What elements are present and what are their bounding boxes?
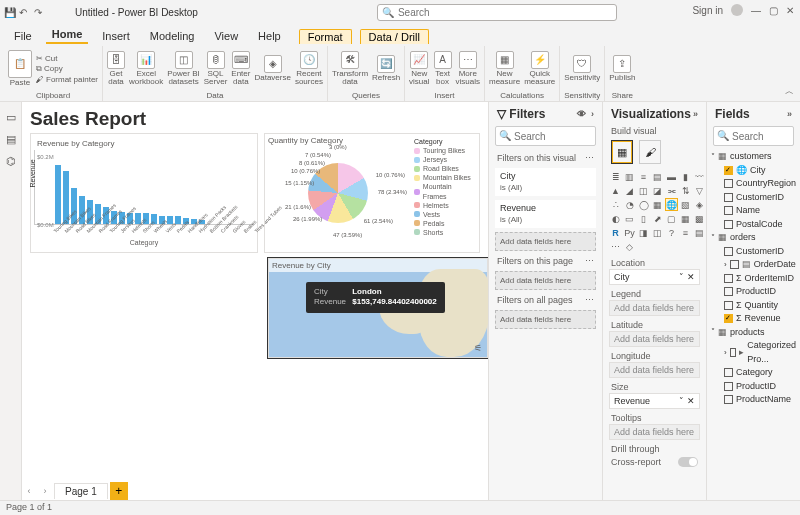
filters-all-drop[interactable]: Add data fields here: [495, 310, 596, 329]
viz-narrative-icon[interactable]: ≡: [679, 226, 692, 239]
filters-page-drop[interactable]: Add data fields here: [495, 271, 596, 290]
bar-chart-visual[interactable]: Revenue by Category Revenue $0.2M $0.0M …: [30, 133, 258, 253]
tab-modeling[interactable]: Modeling: [144, 28, 201, 44]
minimize-icon[interactable]: —: [751, 5, 761, 16]
paste-button[interactable]: 📋Paste: [8, 50, 32, 87]
undo-icon[interactable]: ↶: [19, 7, 30, 18]
viz-clustered-column-icon[interactable]: ▤: [651, 170, 664, 183]
viz-clustered-bar-icon[interactable]: ≡: [637, 170, 650, 183]
viz-slicer-icon[interactable]: ▢: [665, 212, 678, 225]
report-canvas[interactable]: Sales Report Revenue by Category Revenue…: [22, 102, 488, 500]
legend-well[interactable]: Add data fields here: [609, 300, 700, 316]
add-page-button[interactable]: +: [110, 482, 128, 500]
viz-100-bar-icon[interactable]: ▬: [665, 170, 678, 183]
field-category[interactable]: Category: [711, 366, 796, 380]
tab-help[interactable]: Help: [252, 28, 287, 44]
report-view-icon[interactable]: ▭: [4, 110, 18, 124]
field-productname[interactable]: ProductName: [711, 393, 796, 407]
next-page-icon[interactable]: ›: [38, 486, 52, 496]
sensitivity-button[interactable]: 🛡Sensitivity: [564, 55, 600, 82]
viz-shape-map-icon[interactable]: ◈: [693, 198, 706, 211]
redo-icon[interactable]: ↷: [34, 7, 45, 18]
get-data-button[interactable]: 🗄Get data: [107, 51, 125, 86]
more-icon[interactable]: ⋯: [585, 256, 594, 266]
quick-measure-button[interactable]: ⚡Quick measure: [524, 51, 555, 86]
viz-paginated-icon[interactable]: ▤: [693, 226, 706, 239]
sql-server-button[interactable]: 🛢SQL Server: [204, 51, 228, 86]
new-measure-button[interactable]: ▦New measure: [489, 51, 520, 86]
viz-ribbon-icon[interactable]: ⫘: [665, 184, 678, 197]
tab-home[interactable]: Home: [46, 26, 89, 44]
transform-data-button[interactable]: 🛠Transform data: [332, 51, 368, 86]
data-view-icon[interactable]: ▤: [4, 132, 18, 146]
viz-area-icon[interactable]: ▲: [609, 184, 622, 197]
location-well[interactable]: City˅ ✕: [609, 269, 700, 285]
table-orders[interactable]: ˅▦orders: [711, 231, 796, 245]
field-city[interactable]: 🌐City: [711, 164, 796, 178]
prev-page-icon[interactable]: ‹: [22, 486, 36, 496]
viz-custom-icon[interactable]: ◇: [623, 240, 636, 253]
save-icon[interactable]: 💾: [4, 7, 15, 18]
viz-more-icon[interactable]: ⋯: [609, 240, 622, 253]
format-visual-tab[interactable]: 🖌: [639, 140, 661, 164]
format-painter-button[interactable]: 🖌 Format painter: [36, 75, 98, 84]
viz-r-icon[interactable]: R: [609, 226, 622, 239]
field-orderdate[interactable]: ›▤OrderDate: [711, 258, 796, 272]
field-categorized[interactable]: ›▸Categorized Pro...: [711, 339, 796, 366]
viz-map-icon[interactable]: 🌐: [665, 198, 678, 211]
longitude-well[interactable]: Add data fields here: [609, 362, 700, 378]
viz-stacked-area-icon[interactable]: ◢: [623, 184, 636, 197]
tooltips-well[interactable]: Add data fields here: [609, 424, 700, 440]
table-customers[interactable]: ˅▦customers: [711, 150, 796, 164]
viz-qa-icon[interactable]: ?: [665, 226, 678, 239]
filter-icon[interactable]: ⚟: [474, 343, 482, 353]
viz-key-influencers-icon[interactable]: ◨: [637, 226, 650, 239]
field-o-customerid[interactable]: CustomerID: [711, 245, 796, 259]
cut-button[interactable]: ✂ Cut: [36, 54, 98, 63]
field-quantity[interactable]: ΣQuantity: [711, 299, 796, 313]
viz-stacked-bar-icon[interactable]: ≣: [609, 170, 622, 183]
show-filters-icon[interactable]: 👁: [577, 109, 586, 119]
collapse-ribbon-icon[interactable]: ︿: [785, 85, 794, 98]
viz-funnel-icon[interactable]: ▽: [693, 184, 706, 197]
viz-py-icon[interactable]: Py: [623, 226, 636, 239]
field-orderitemid[interactable]: ΣOrderItemID: [711, 272, 796, 286]
signin-link[interactable]: Sign in: [692, 5, 723, 16]
field-revenue[interactable]: ΣRevenue: [711, 312, 796, 326]
field-country[interactable]: CountryRegion: [711, 177, 796, 191]
viz-filled-map-icon[interactable]: ▧: [679, 198, 692, 211]
filters-visual-drop[interactable]: Add data fields here: [495, 232, 596, 251]
field-o-productid[interactable]: ProductID: [711, 285, 796, 299]
viz-100-column-icon[interactable]: ▮: [679, 170, 692, 183]
tab-view[interactable]: View: [208, 28, 244, 44]
copy-button[interactable]: ⧉ Copy: [36, 64, 98, 74]
model-view-icon[interactable]: ⌬: [4, 154, 18, 168]
tab-format[interactable]: Format: [299, 29, 352, 44]
more-icon[interactable]: ⋯: [585, 295, 594, 305]
viz-multi-card-icon[interactable]: ▯: [637, 212, 650, 225]
viz-donut-icon[interactable]: ◯: [637, 198, 650, 211]
viz-stacked-column-icon[interactable]: ▥: [623, 170, 636, 183]
viz-card-icon[interactable]: ▭: [623, 212, 636, 225]
expand-filters-icon[interactable]: ›: [591, 109, 594, 119]
field-customerid[interactable]: CustomerID: [711, 191, 796, 205]
tab-data-drill[interactable]: Data / Drill: [360, 29, 429, 44]
page-tab-1[interactable]: Page 1: [54, 483, 108, 499]
field-name[interactable]: Name: [711, 204, 796, 218]
user-avatar-icon[interactable]: [731, 4, 743, 16]
viz-treemap-icon[interactable]: ▦: [651, 198, 664, 211]
enter-data-button[interactable]: ⌨Enter data: [231, 51, 250, 86]
expand-viz-icon[interactable]: »: [693, 109, 698, 119]
close-icon[interactable]: ✕: [786, 5, 794, 16]
viz-combo1-icon[interactable]: ◫: [637, 184, 650, 197]
pbi-datasets-button[interactable]: ◫Power BI datasets: [167, 51, 199, 86]
field-p-productid[interactable]: ProductID: [711, 380, 796, 394]
viz-scatter-icon[interactable]: ∴: [609, 198, 622, 211]
viz-line-icon[interactable]: 〰: [693, 170, 706, 183]
viz-decomp-icon[interactable]: ◫: [651, 226, 664, 239]
cross-report-toggle[interactable]: [678, 457, 698, 467]
dataverse-button[interactable]: ◈Dataverse: [254, 55, 290, 82]
viz-combo2-icon[interactable]: ◪: [651, 184, 664, 197]
viz-table-icon[interactable]: ▦: [679, 212, 692, 225]
text-box-button[interactable]: AText box: [434, 51, 452, 86]
